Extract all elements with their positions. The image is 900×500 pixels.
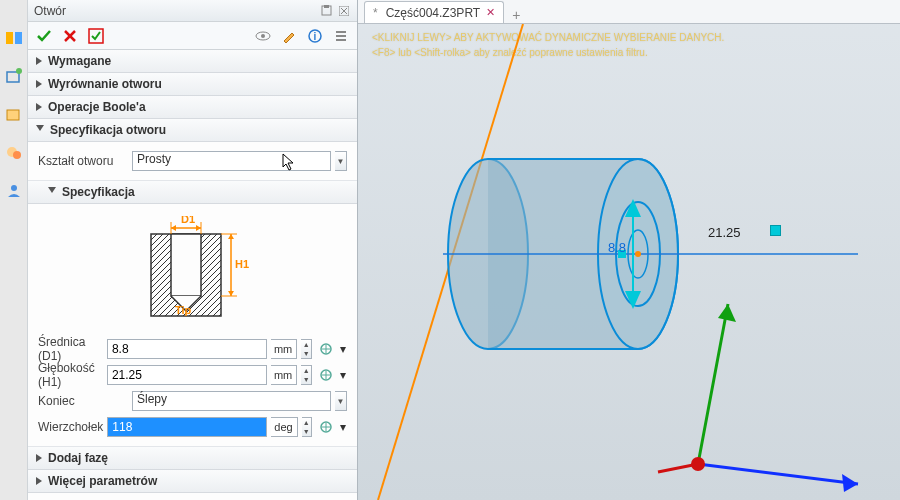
tip-unit[interactable]: deg: [271, 417, 297, 437]
panel-close-icon[interactable]: [337, 4, 351, 18]
tab-close-icon[interactable]: ✕: [486, 6, 495, 19]
svg-point-37: [616, 202, 660, 306]
hole-shape-row: Kształt otworu Prosty ▼: [38, 148, 347, 174]
section-alignment[interactable]: Wyrównanie otworu: [28, 73, 357, 96]
diameter-stepper[interactable]: ▲▼: [301, 339, 311, 359]
depth-unit[interactable]: mm: [271, 365, 297, 385]
end-row: Koniec Ślepy ▼: [38, 388, 347, 414]
svg-rect-4: [7, 110, 19, 120]
diameter-label: Średnica (D1): [38, 335, 103, 363]
section-spec-label: Specyfikacja: [62, 185, 135, 199]
svg-rect-2: [7, 72, 19, 82]
strip-icon-4[interactable]: [4, 142, 24, 162]
section-boolean[interactable]: Operacje Boole'a: [28, 96, 357, 119]
section-alignment-label: Wyrównanie otworu: [48, 77, 162, 91]
toolbar-menu-icon[interactable]: [329, 25, 353, 47]
info-icon[interactable]: i: [303, 25, 327, 47]
svg-rect-42: [618, 250, 626, 258]
strip-icon-2[interactable]: [4, 66, 24, 86]
section-required-label: Wymagane: [48, 54, 111, 68]
ok-button[interactable]: [32, 25, 56, 47]
chevron-right-icon: [36, 80, 42, 88]
tip-options-icon[interactable]: [319, 417, 333, 437]
cancel-button[interactable]: [58, 25, 82, 47]
tip-label-text: Wierzchołek: [38, 420, 103, 434]
add-tab-button[interactable]: +: [504, 7, 528, 23]
hint-line-2: <F8> lub <Shift-rolka> aby znaleźć popra…: [372, 45, 724, 60]
dimension-d1: 8.8: [608, 240, 626, 255]
end-dropdown-icon[interactable]: ▼: [335, 391, 347, 411]
diameter-unit[interactable]: mm: [271, 339, 297, 359]
section-spec[interactable]: Specyfikacja: [28, 181, 357, 204]
depth-row: Głębokość (H1) mm ▲▼ ▾: [38, 362, 347, 388]
strip-icon-3[interactable]: [4, 104, 24, 124]
d1-label: D1: [181, 216, 195, 225]
svg-line-43: [698, 464, 858, 484]
panel-titlebar: Otwór: [28, 0, 357, 22]
chevron-right-icon: [36, 57, 42, 65]
hole-shape-dropdown-icon[interactable]: ▼: [335, 151, 347, 171]
depth-stepper[interactable]: ▲▼: [301, 365, 311, 385]
section-more-label: Więcej parametrów: [48, 474, 157, 488]
brush-icon[interactable]: [277, 25, 301, 47]
panel-title: Otwór: [34, 4, 66, 18]
viewport-overlay: [358, 24, 900, 500]
panel-settings-icon[interactable]: [319, 4, 333, 18]
panel-toolbar: i: [28, 22, 357, 50]
section-holespec-label: Specyfikacja otworu: [50, 123, 166, 137]
svg-rect-24: [171, 234, 201, 296]
section-chamfer-label: Dodaj fazę: [48, 451, 108, 465]
hint-line-1: <KLIKNIJ LEWY> ABY AKTYWOWAĆ DYNAMICZNE …: [372, 30, 724, 45]
section-more[interactable]: Więcej parametrów: [28, 470, 357, 493]
diameter-menu-icon[interactable]: ▾: [340, 339, 347, 359]
svg-point-6: [13, 151, 21, 159]
spec-body: D1 H1 Tip Średnica (D1) mm ▲▼: [28, 204, 357, 447]
svg-line-34: [378, 24, 523, 500]
svg-rect-9: [324, 5, 329, 8]
end-select[interactable]: Ślepy: [132, 391, 331, 411]
svg-point-41: [635, 251, 641, 257]
tab-name: Część004.Z3PRT: [386, 6, 480, 20]
chevron-right-icon: [36, 103, 42, 111]
document-tab[interactable]: * Część004.Z3PRT ✕: [364, 1, 504, 23]
svg-text:i: i: [314, 31, 317, 42]
strip-icon-5[interactable]: [4, 180, 24, 200]
svg-line-44: [698, 304, 728, 464]
chevron-right-icon: [36, 477, 42, 485]
depth-menu-icon[interactable]: ▾: [340, 365, 347, 385]
svg-rect-21: [336, 35, 346, 37]
tip-menu-icon[interactable]: ▾: [340, 417, 347, 437]
h1-label: H1: [235, 258, 249, 270]
sections-container: Wymagane Wyrównanie otworu Operacje Bool…: [28, 50, 357, 500]
tip-input[interactable]: [107, 417, 267, 437]
svg-rect-1: [15, 32, 22, 44]
diameter-input[interactable]: [107, 339, 267, 359]
section-holespec[interactable]: Specyfikacja otworu: [28, 119, 357, 142]
chevron-down-icon: [48, 187, 56, 197]
diameter-options-icon[interactable]: [319, 339, 333, 359]
svg-rect-20: [336, 31, 346, 33]
svg-point-36: [598, 159, 678, 349]
tab-bar: * Część004.Z3PRT ✕ +: [358, 0, 900, 24]
hole-shape-select[interactable]: Prosty: [132, 151, 331, 171]
viewport[interactable]: * Część004.Z3PRT ✕ + <KLIKNIJ LEWY> ABY …: [358, 0, 900, 500]
depth-options-icon[interactable]: [319, 365, 333, 385]
depth-input[interactable]: [107, 365, 267, 385]
tip-row: Wierzchołek deg ▲▼ ▾: [38, 414, 347, 440]
svg-rect-0: [6, 32, 13, 44]
hole-diagram: D1 H1 Tip: [38, 210, 347, 336]
chevron-down-icon: [36, 125, 44, 135]
depth-label: Głębokość (H1): [38, 361, 103, 389]
strip-icon-1[interactable]: [4, 28, 24, 48]
dimension-handle[interactable]: [770, 225, 781, 236]
svg-point-3: [16, 68, 22, 74]
section-chamfer[interactable]: Dodaj fazę: [28, 447, 357, 470]
tip-stepper[interactable]: ▲▼: [302, 417, 312, 437]
svg-point-38: [628, 230, 648, 278]
chevron-right-icon: [36, 454, 42, 462]
left-icon-strip: [0, 0, 28, 500]
visibility-icon[interactable]: [251, 25, 275, 47]
section-required[interactable]: Wymagane: [28, 50, 357, 73]
section-boolean-label: Operacje Boole'a: [48, 100, 146, 114]
apply-button[interactable]: [84, 25, 108, 47]
